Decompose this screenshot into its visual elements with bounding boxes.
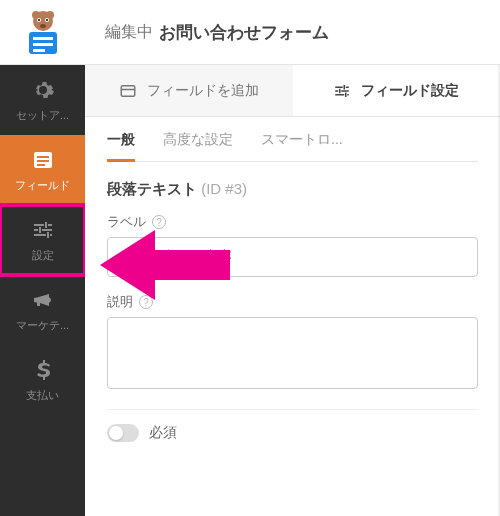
svg-rect-9 — [33, 37, 53, 40]
field-type-name: 段落テキスト — [107, 180, 197, 197]
field-type-heading: 段落テキスト (ID #3) — [107, 162, 478, 213]
field-type-id: (ID #3) — [201, 180, 247, 197]
sliders-icon — [31, 218, 55, 242]
nav-label: 設定 — [32, 248, 54, 263]
sub-tabs: 一般 高度な設定 スマートロ... — [107, 117, 478, 162]
field-label-text: 説明 — [107, 293, 133, 311]
nav-label: セットア... — [16, 108, 69, 123]
settings-panel: 一般 高度な設定 スマートロ... 段落テキスト (ID #3) ラベル ? 説… — [85, 117, 500, 516]
builder-header: 編集中 お問い合わせフォーム — [85, 0, 500, 65]
dollar-icon — [31, 358, 55, 382]
list-icon — [31, 148, 55, 172]
tab-label: フィールド設定 — [361, 82, 459, 100]
help-icon[interactable]: ? — [139, 295, 153, 309]
svg-point-2 — [46, 11, 54, 19]
subtab-general[interactable]: 一般 — [107, 131, 135, 162]
grid-plus-icon — [119, 82, 137, 100]
subtab-advanced[interactable]: 高度な設定 — [163, 131, 233, 161]
svg-rect-10 — [33, 43, 53, 46]
nav-marketing[interactable]: マーケテ... — [0, 275, 85, 345]
left-sidebar: セットア... フィールド 設定 マーケテ... 支払い — [0, 0, 85, 516]
svg-rect-15 — [37, 164, 45, 166]
svg-point-1 — [32, 11, 40, 19]
svg-point-7 — [40, 24, 46, 28]
sliders-icon — [333, 82, 351, 100]
header-prefix: 編集中 — [105, 22, 153, 43]
nav-payments[interactable]: 支払い — [0, 345, 85, 415]
tab-label: フィールドを追加 — [147, 82, 259, 100]
wpforms-logo-icon — [19, 8, 67, 56]
field-label-text: ラベル — [107, 213, 146, 231]
description-input[interactable] — [107, 317, 478, 389]
svg-point-5 — [38, 19, 40, 21]
tab-field-settings[interactable]: フィールド設定 — [293, 65, 501, 116]
svg-point-6 — [46, 19, 48, 21]
required-row: 必須 — [107, 409, 478, 442]
help-icon[interactable]: ? — [152, 215, 166, 229]
main-panel: 編集中 お問い合わせフォーム フィールドを追加 フィールド設定 一般 高度な設定… — [85, 0, 500, 516]
svg-rect-16 — [121, 85, 135, 96]
nav-fields[interactable]: フィールド — [0, 135, 85, 205]
svg-rect-14 — [37, 160, 49, 162]
bullhorn-icon — [31, 288, 55, 312]
required-toggle[interactable] — [107, 424, 139, 442]
nav-label: フィールド — [15, 178, 70, 193]
row-label: ラベル ? — [107, 213, 478, 277]
nav-label: 支払い — [26, 388, 59, 403]
label-input[interactable] — [107, 237, 478, 277]
app-root: セットア... フィールド 設定 マーケテ... 支払い 編集中 お問い合わせフ… — [0, 0, 500, 516]
tab-add-field[interactable]: フィールドを追加 — [85, 65, 293, 116]
nav-settings[interactable]: 設定 — [0, 205, 85, 275]
gear-icon — [31, 78, 55, 102]
required-label: 必須 — [149, 424, 177, 442]
nav-label: マーケテ... — [16, 318, 69, 333]
row-description: 説明 ? — [107, 293, 478, 393]
form-title: お問い合わせフォーム — [159, 21, 329, 44]
svg-rect-11 — [33, 49, 45, 52]
subtab-smart-logic[interactable]: スマートロ... — [261, 131, 343, 161]
svg-rect-13 — [37, 156, 49, 158]
top-tabs: フィールドを追加 フィールド設定 — [85, 65, 500, 117]
logo-container — [0, 0, 85, 65]
nav-setup[interactable]: セットア... — [0, 65, 85, 135]
